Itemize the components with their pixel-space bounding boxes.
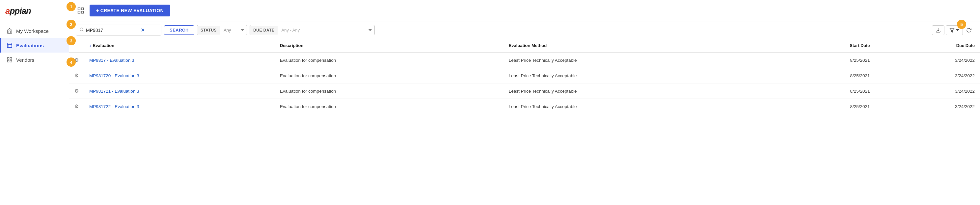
col-header-method[interactable]: Evaluation Method xyxy=(503,39,770,52)
download-button[interactable] xyxy=(932,25,945,35)
evaluations-table-container: ↓ Evaluation Description Evaluation Meth… xyxy=(69,39,980,205)
svg-marker-15 xyxy=(950,28,954,32)
due-date-label: DUE DATE xyxy=(250,26,278,35)
due-date-cell: 3/24/2022 xyxy=(875,52,980,68)
search-button[interactable]: SEARCH xyxy=(164,25,194,35)
start-date-cell: 8/25/2021 xyxy=(770,52,875,68)
description-cell: Evaluation for compensation xyxy=(275,52,503,68)
svg-rect-0 xyxy=(7,43,12,47)
clear-search-button[interactable]: ✕ xyxy=(141,27,145,33)
home-icon xyxy=(6,28,13,34)
sidebar-nav: My Workspace Evaluations Vendors xyxy=(0,21,69,67)
svg-rect-10 xyxy=(78,11,80,13)
grid-menu-button[interactable] xyxy=(76,6,86,16)
col-header-start-date[interactable]: Start Date xyxy=(770,39,875,52)
sidebar-item-evaluations[interactable]: Evaluations xyxy=(0,38,69,52)
refresh-button[interactable] xyxy=(964,26,974,35)
gear-cell[interactable]: ⚙ xyxy=(69,84,84,99)
status-label: STATUS xyxy=(197,26,220,35)
evaluation-cell: MP981721 - Evaluation 3 xyxy=(84,84,275,99)
start-date-cell: 8/25/2021 xyxy=(770,68,875,84)
status-select[interactable]: Any Active Closed xyxy=(220,25,247,35)
col-header-due-date[interactable]: Due Date xyxy=(875,39,980,52)
search-row: ✕ SEARCH STATUS Any Active Closed DUE DA… xyxy=(69,21,980,39)
sidebar-item-workspace[interactable]: My Workspace xyxy=(0,24,69,38)
method-cell: Least Price Technically Acceptable xyxy=(503,68,770,84)
main-content: 1 2 3 4 5 + CREATE NEW EVALUATION ✕ SEAR… xyxy=(69,0,980,205)
appian-logo: appian xyxy=(5,6,64,16)
svg-rect-4 xyxy=(7,57,9,59)
create-evaluation-button[interactable]: + CREATE NEW EVALUATION xyxy=(89,5,170,16)
svg-rect-6 xyxy=(7,60,9,62)
method-cell: Least Price Technically Acceptable xyxy=(503,99,770,114)
due-date-cell: 3/24/2022 xyxy=(875,99,980,114)
search-box: ✕ xyxy=(76,25,161,35)
status-filter: STATUS Any Active Closed xyxy=(197,25,247,35)
evaluation-link[interactable]: MP9817 - Evaluation 3 xyxy=(89,58,134,63)
description-cell: Evaluation for compensation xyxy=(275,68,503,84)
list-icon xyxy=(6,42,13,49)
sidebar-item-vendors-label: Vendors xyxy=(16,57,34,63)
col-header-evaluation[interactable]: ↓ Evaluation xyxy=(84,39,275,52)
due-date-filter: DUE DATE Any - Any xyxy=(250,25,375,35)
col-header-description[interactable]: Description xyxy=(275,39,503,52)
sidebar: appian My Workspace Evaluations Vendors xyxy=(0,0,69,205)
badge-5: 5 xyxy=(957,20,966,29)
gear-cell[interactable]: ⚙ xyxy=(69,68,84,84)
action-icons xyxy=(932,25,974,35)
gear-icon[interactable]: ⚙ xyxy=(75,73,79,78)
search-input[interactable] xyxy=(86,28,138,33)
svg-rect-5 xyxy=(10,57,12,59)
toolbar: + CREATE NEW EVALUATION xyxy=(69,0,980,21)
due-date-value[interactable]: Any - Any xyxy=(278,25,375,35)
svg-rect-9 xyxy=(81,8,83,10)
start-date-cell: 8/25/2021 xyxy=(770,84,875,99)
sidebar-item-workspace-label: My Workspace xyxy=(16,28,49,34)
description-cell: Evaluation for compensation xyxy=(275,99,503,114)
svg-rect-8 xyxy=(78,8,80,10)
sort-arrow-icon: ↓ xyxy=(89,43,92,48)
sidebar-item-evaluations-label: Evaluations xyxy=(16,43,44,48)
svg-rect-11 xyxy=(81,11,83,13)
table-row: ⚙ MP981720 - Evaluation 3 Evaluation for… xyxy=(69,68,980,84)
evaluation-link[interactable]: MP981721 - Evaluation 3 xyxy=(89,89,139,94)
svg-point-12 xyxy=(80,28,83,31)
svg-line-13 xyxy=(83,30,84,32)
evaluations-table: ↓ Evaluation Description Evaluation Meth… xyxy=(69,39,980,114)
evaluation-cell: MP981722 - Evaluation 3 xyxy=(84,99,275,114)
evaluation-cell: MP9817 - Evaluation 3 xyxy=(84,52,275,68)
method-cell: Least Price Technically Acceptable xyxy=(503,52,770,68)
start-date-cell: 8/25/2021 xyxy=(770,99,875,114)
evaluation-cell: MP981720 - Evaluation 3 xyxy=(84,68,275,84)
svg-rect-7 xyxy=(10,60,12,62)
vendors-icon xyxy=(6,57,13,63)
due-date-cell: 3/24/2022 xyxy=(875,84,980,99)
gear-icon[interactable]: ⚙ xyxy=(75,88,79,94)
table-row: ⚙ MP9817 - Evaluation 3 Evaluation for c… xyxy=(69,52,980,68)
evaluation-link[interactable]: MP981722 - Evaluation 3 xyxy=(89,104,139,109)
sidebar-item-vendors[interactable]: Vendors xyxy=(0,52,69,67)
logo-area: appian xyxy=(0,0,69,21)
due-date-cell: 3/24/2022 xyxy=(875,68,980,84)
description-cell: Evaluation for compensation xyxy=(275,84,503,99)
evaluation-link[interactable]: MP981720 - Evaluation 3 xyxy=(89,73,139,78)
method-cell: Least Price Technically Acceptable xyxy=(503,84,770,99)
table-row: ⚙ MP981721 - Evaluation 3 Evaluation for… xyxy=(69,84,980,99)
gear-cell[interactable]: ⚙ xyxy=(69,99,84,114)
table-row: ⚙ MP981722 - Evaluation 3 Evaluation for… xyxy=(69,99,980,114)
search-icon xyxy=(80,27,84,33)
gear-icon[interactable]: ⚙ xyxy=(75,104,79,109)
